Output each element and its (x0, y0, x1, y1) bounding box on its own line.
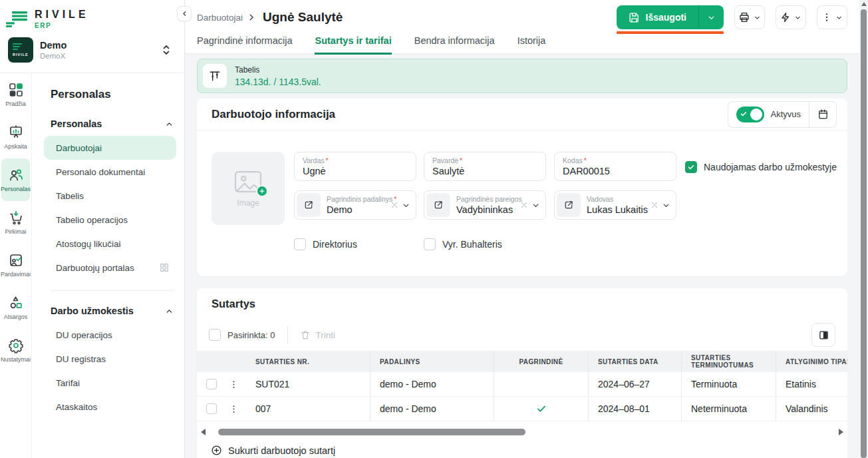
clear-icon[interactable] (519, 200, 529, 210)
buhalteris-checkbox-row[interactable]: Vyr. Buhalteris (424, 238, 502, 250)
row-checkbox[interactable] (206, 379, 217, 389)
cell-atlyginimo-tipas: Valandinis (776, 397, 847, 421)
chevron-down-icon[interactable] (402, 201, 410, 210)
vardas-field[interactable]: Vardas* Ugnė (294, 152, 416, 181)
rail-label: Pardavimai (1, 271, 31, 278)
sidebar-item-darbuotojai[interactable]: Darbuotojai (44, 136, 176, 160)
column-settings-button[interactable] (811, 323, 835, 347)
save-button[interactable]: Išsaugoti (617, 5, 724, 29)
activity-calendar-button[interactable] (809, 109, 836, 120)
sidebar-item-ataskaitos[interactable]: Ataskaitos (44, 395, 176, 419)
select-all-checkbox[interactable] (209, 329, 221, 341)
employee-photo-upload[interactable]: Image (212, 152, 285, 225)
scroll-up-arrow[interactable] (861, 2, 867, 6)
company-switch-icon[interactable] (162, 44, 171, 56)
table-row[interactable]: SUT021 demo - Demo 2024–06–27 Terminuota… (197, 372, 847, 397)
rail-item-nustatymai[interactable]: Nustatymai (1, 329, 30, 371)
section-label: Personalas (51, 118, 102, 129)
tabelis-banner[interactable]: Tabelis 134.13d. / 1143.5val. (197, 59, 847, 93)
sidebar-item-personalo-dokumentai[interactable]: Personalo dokumentai (44, 160, 176, 184)
sidebar-item-tarifai[interactable]: Tarifai (44, 371, 176, 395)
rail-item-pirkimai[interactable]: Pirkimai (1, 201, 30, 244)
company-name: Demo (40, 40, 67, 51)
field-label: Pagrindinis padalinys (327, 195, 392, 203)
open-vadovas-button[interactable] (557, 193, 581, 217)
table-row[interactable]: 007 demo - Demo 2024–08–01 Neterminuota … (197, 397, 847, 421)
print-button[interactable] (734, 5, 765, 29)
pavarde-field[interactable]: Pavardė* Saulytė (424, 152, 546, 181)
actions-button[interactable] (776, 5, 806, 29)
row-checkbox[interactable] (206, 403, 217, 414)
rail-label: Personalas (1, 186, 31, 192)
row-kebab-icon[interactable] (229, 404, 239, 414)
employee-card-title: Darbuotojo informacija (212, 108, 335, 121)
payroll-checkbox[interactable] (685, 161, 697, 173)
clear-icon[interactable] (650, 200, 659, 210)
rail-item-pardavimai[interactable]: Pardavimai (1, 244, 30, 286)
more-menu-button[interactable] (817, 5, 847, 29)
sidebar-item-du-operacijos[interactable]: DU operacijos (44, 323, 176, 347)
col-terminuotumas[interactable]: SUTARTIES TERMINUOTUMAS (681, 351, 776, 372)
buhalteris-checkbox[interactable] (424, 238, 436, 250)
company-selector[interactable]: RIVILE Demo DemoX (0, 33, 184, 63)
breadcrumb-parent[interactable]: Darbuotojai (197, 13, 243, 23)
tab-bar: Pagrindinė informacija Sutartys ir tarif… (185, 31, 859, 54)
col-atlyginimo-tipas[interactable]: ATLYGINIMO TIPAS (776, 351, 847, 372)
scroll-left-arrow[interactable] (201, 429, 206, 435)
clear-icon[interactable] (390, 200, 399, 210)
tab-pagrindine-informacija[interactable]: Pagrindinė informacija (197, 35, 292, 55)
field-label: Pavardė (432, 156, 458, 164)
rail-item-pradzia[interactable]: Pradžia (1, 73, 30, 116)
kodas-field[interactable]: Kodas* DAR00015 (554, 152, 676, 181)
vadovas-select[interactable]: Vadovas Lukas Lukaitis (554, 190, 676, 220)
scroll-right-arrow[interactable] (839, 429, 843, 435)
active-toggle[interactable] (736, 107, 764, 122)
sidebar-item-tabelis[interactable]: Tabelis (44, 184, 176, 208)
cart-icon (8, 210, 24, 226)
horizontal-scrollbar[interactable] (201, 427, 843, 437)
tab-sutartys-ir-tarifai[interactable]: Sutartys ir tarifai (315, 35, 391, 55)
col-padalinys[interactable]: PADALINYS (370, 351, 494, 372)
gear-icon (8, 338, 24, 353)
rail-item-apskaita[interactable]: Apskaita (1, 116, 30, 158)
col-sutarties-nr[interactable]: SUTARTIES NR. (246, 351, 370, 372)
chevron-down-icon[interactable] (662, 201, 670, 210)
col-pagrindine[interactable]: PAGRINDINĖ (494, 351, 588, 372)
vertical-scrollbar[interactable] (859, 0, 868, 458)
create-contract-button[interactable]: Sukurti darbuotojo sutartį (211, 445, 335, 456)
payroll-checkbox-row[interactable]: Naudojamas darbo užmokestyje (685, 161, 837, 173)
menu-title: Personalas (51, 88, 176, 101)
rail-item-personalas[interactable]: Personalas (1, 158, 30, 201)
sidebar-item-du-registras[interactable]: DU registras (44, 347, 176, 371)
section-darbo-uzmokestis[interactable]: Darbo užmokestis (51, 306, 174, 316)
page-title: Ugnė Saulytė (263, 10, 343, 25)
sidebar-item-atostogu-likuciai[interactable]: Atostogų likučiai (44, 232, 176, 256)
add-photo-icon[interactable] (256, 185, 268, 197)
pareigos-select[interactable]: Pagrindinės pareigos Vadybininkas (424, 190, 546, 220)
direktorius-checkbox[interactable] (294, 238, 306, 250)
sidebar-menu: Personalas Personalas Darbuotojai Person… (32, 73, 184, 458)
sidebar-item-tabelio-operacijos[interactable]: Tabelio operacijos (44, 208, 176, 232)
rail-label: Pradžia (5, 101, 26, 107)
open-padalinys-button[interactable] (297, 193, 321, 217)
section-personalas[interactable]: Personalas (51, 118, 174, 129)
horizontal-scroll-thumb[interactable] (218, 429, 525, 435)
field-label: Kodas (563, 156, 583, 164)
row-kebab-icon[interactable] (229, 379, 239, 389)
brand-logo: RIVILE ERP (0, 0, 184, 33)
rail-item-atsargos[interactable]: Atsargos (1, 286, 30, 329)
padalinys-select[interactable]: Pagrindinis padalinys* Demo (294, 190, 416, 220)
table-header-row: SUTARTIES NR. PADALINYS PAGRINDINĖ SUTAR… (197, 351, 847, 372)
tab-bendra-informacija[interactable]: Bendra informacija (414, 35, 495, 55)
save-dropdown-button[interactable] (699, 5, 724, 29)
direktorius-checkbox-row[interactable]: Direktorius (294, 238, 357, 250)
grid-icon (159, 262, 170, 273)
sidebar-collapse-button[interactable] (177, 6, 192, 21)
sidebar-item-darbuotoju-portalas[interactable]: Darbuotojų portalas (44, 256, 176, 280)
col-sutarties-data[interactable]: SUTARTIES DATA (588, 351, 681, 372)
tab-istorija[interactable]: Istorija (517, 35, 546, 55)
vertical-scroll-thumb[interactable] (861, 9, 867, 458)
open-pareigos-button[interactable] (426, 193, 450, 217)
delete-button[interactable]: Trinti (300, 330, 336, 340)
chevron-down-icon[interactable] (531, 201, 540, 210)
